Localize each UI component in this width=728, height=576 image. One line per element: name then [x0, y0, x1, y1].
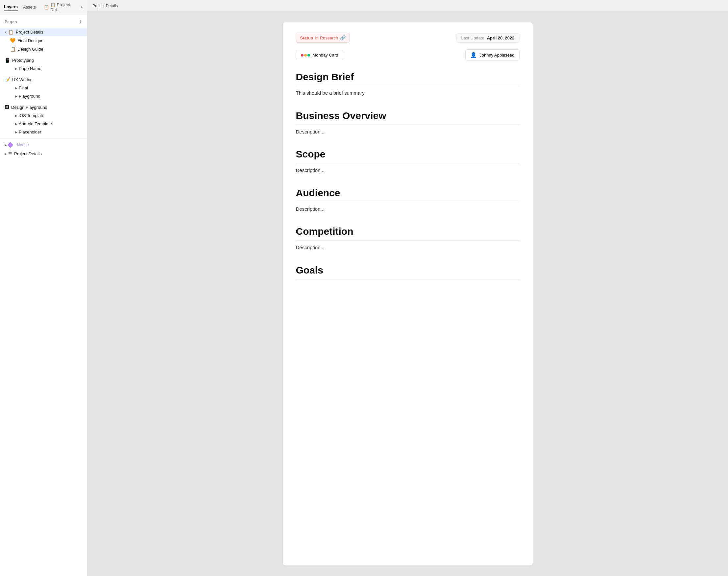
expand-arrow-icon: ▶ [5, 143, 7, 147]
sidebar-item-placeholder[interactable]: ▶ Placeholder [0, 128, 87, 136]
section-design-brief: Design Brief This should be a brief summ… [296, 71, 520, 97]
section-business-overview: Business Overview Description... [296, 110, 520, 136]
sidebar-item-design-guide[interactable]: 📋 Design Guide [0, 45, 87, 53]
sidebar-item-project-details[interactable]: ∨ 📋 Project Details [0, 28, 87, 36]
sidebar-divider [0, 138, 87, 138]
expand-arrow-icon: ▶ [15, 86, 18, 90]
page-name-label: Placeholder [19, 129, 41, 135]
breadcrumb-page-icon: 📋 [44, 5, 49, 9]
section-heading: Design Brief [296, 71, 520, 86]
section-scope: Scope Description... [296, 149, 520, 174]
sidebar-item-final-designs[interactable]: 🧡 Final Designs [0, 36, 87, 45]
monday-dot-red [301, 54, 303, 57]
page-name-label: iOS Template [19, 113, 45, 118]
last-update-label: Last Update [461, 35, 484, 40]
sidebar-item-ux-writing[interactable]: 📝 UX Writing [0, 75, 87, 84]
monday-logo-icon [301, 54, 310, 57]
monday-dot-green [308, 54, 310, 57]
sidebar-item-page-name[interactable]: ▶ Page Name [0, 64, 87, 73]
section-audience: Audience Description... [296, 188, 520, 213]
expand-arrow-icon: ▶ [15, 67, 18, 70]
section-heading: Business Overview [296, 110, 520, 125]
layers-section: ▶ Notice ▶ ☰ Project Details [0, 140, 87, 158]
page-name-label: Design Playground [11, 105, 47, 110]
page-icon: 📱 [5, 58, 10, 63]
section-body: Description... [296, 167, 520, 174]
sidebar-item-ios-template[interactable]: ▶ iOS Template [0, 111, 87, 120]
layer-name-label: Project Details [14, 151, 42, 156]
page-icon: 📝 [5, 77, 10, 82]
main-content: Status In Research 🔗 Last Update April 2… [87, 12, 728, 576]
notice-diamond-icon [8, 143, 15, 147]
expand-arrow-icon: ▶ [15, 95, 18, 98]
section-body: Description... [296, 205, 520, 213]
user-avatar-icon: 👤 [470, 52, 477, 58]
lines-icon: ☰ [8, 151, 12, 156]
right-panel: Project Details Status In Research 🔗 Las… [87, 0, 728, 576]
monday-card-button[interactable]: Monday Card [296, 50, 343, 60]
user-name-label: Johnny Appleseed [479, 53, 514, 58]
page-name-label: Design Guide [18, 47, 43, 52]
page-icon: 📋 [8, 29, 14, 34]
section-body: Description... [296, 128, 520, 136]
sidebar-item-android-template[interactable]: ▶ Android Template [0, 120, 87, 128]
expand-arrow-icon: ▶ [15, 114, 18, 117]
section-heading: Goals [296, 265, 520, 280]
status-label: Status [300, 35, 313, 40]
page-name-label: Prototyping [12, 58, 34, 63]
page-name-label: UX Writing [12, 77, 33, 82]
pages-label: Pages [5, 20, 17, 24]
tab-layers[interactable]: Layers [4, 3, 18, 11]
layer-item-notice[interactable]: ▶ Notice [0, 140, 87, 149]
status-link-icon: 🔗 [340, 35, 346, 40]
monday-card-label: Monday Card [313, 53, 338, 58]
card-row: Monday Card 👤 Johnny Appleseed [296, 49, 520, 61]
page-name-label: Final Designs [18, 38, 43, 43]
section-heading: Competition [296, 226, 520, 241]
expand-arrow-icon: ∨ [5, 30, 7, 33]
page-icon: 🧡 [10, 38, 16, 43]
page-name-label: Project Details [16, 30, 43, 34]
section-competition: Competition Description... [296, 226, 520, 252]
pages-header: Pages + [0, 15, 87, 28]
page-name-label: Playground [19, 94, 40, 98]
doc-card: Status In Research 🔗 Last Update April 2… [283, 22, 533, 566]
expand-arrow-icon: ▶ [15, 131, 18, 134]
last-update-badge: Last Update April 28, 2022 [457, 33, 520, 43]
breadcrumb-page-name: 📋 Project Det... [50, 2, 79, 12]
section-heading: Audience [296, 188, 520, 202]
page-icon: 📋 [10, 46, 16, 52]
layer-name-label: Notice [17, 142, 29, 147]
add-page-button[interactable]: + [79, 19, 82, 25]
sidebar-item-final[interactable]: ▶ Final [0, 84, 87, 92]
breadcrumb-chevron-icon: ∧ [81, 5, 83, 9]
page-name-label: Page Name [19, 66, 41, 71]
status-value: In Research [315, 35, 338, 40]
section-body: This should be a brief summary. [296, 89, 520, 97]
monday-dot-orange [304, 54, 307, 57]
tab-breadcrumb[interactable]: 📋 📋 Project Det... ∧ [44, 2, 83, 12]
section-goals: Goals [296, 265, 520, 280]
breadcrumb-bar: Project Details [87, 0, 728, 12]
section-body: Description... [296, 244, 520, 252]
page-icon: 🖼 [5, 105, 9, 110]
tab-assets[interactable]: Assets [23, 3, 36, 11]
sidebar: Layers Assets 📋 📋 Project Det... ∧ Pages… [0, 0, 87, 576]
meta-row: Status In Research 🔗 Last Update April 2… [296, 33, 520, 43]
page-name-label: Final [19, 85, 28, 90]
section-heading: Scope [296, 149, 520, 164]
expand-arrow-icon: ▶ [5, 152, 7, 155]
sidebar-item-prototyping[interactable]: 📱 Prototyping [0, 56, 87, 64]
last-update-value: April 28, 2022 [487, 35, 515, 40]
doc-sections: Design Brief This should be a brief summ… [296, 71, 520, 280]
status-badge[interactable]: Status In Research 🔗 [296, 33, 350, 43]
layer-item-project-details[interactable]: ▶ ☰ Project Details [0, 149, 87, 158]
expand-arrow-icon: ▶ [15, 122, 18, 125]
user-button[interactable]: 👤 Johnny Appleseed [465, 49, 519, 61]
breadcrumb-text: Project Details [92, 4, 118, 8]
pages-tree: ∨ 📋 Project Details 🧡 Final Designs 📋 De… [0, 28, 87, 136]
sidebar-item-playground[interactable]: ▶ Playground [0, 92, 87, 100]
sidebar-item-design-playground[interactable]: 🖼 Design Playground [0, 103, 87, 111]
page-name-label: Android Template [19, 121, 52, 126]
tab-bar: Layers Assets 📋 📋 Project Det... ∧ [0, 0, 87, 15]
